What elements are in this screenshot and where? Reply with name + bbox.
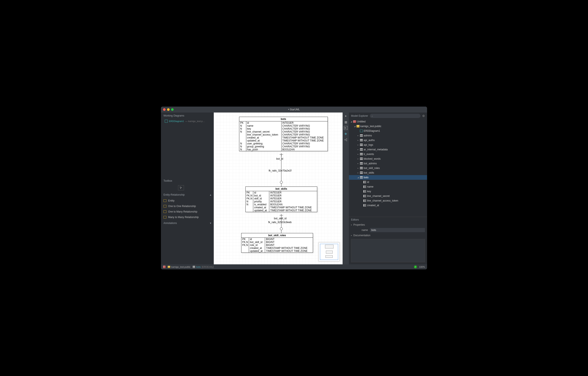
svg-point-9 [346, 140, 347, 141]
share-icon[interactable] [344, 138, 348, 142]
tree-node-key[interactable]: key [349, 189, 427, 194]
working-diagrams-header[interactable]: Working Diagrams [161, 112, 214, 119]
tree-node-erddiagram1[interactable]: ERDDiagram1 [349, 129, 427, 133]
vertical-toolbar: ✦ ▦ M↓ ✥ [343, 112, 349, 264]
svg-point-3 [280, 181, 283, 184]
diagram-name: ERDDiagram1 [169, 120, 184, 122]
svg-point-8 [346, 139, 347, 139]
tree-node-api-logs[interactable]: ▸api_logs [349, 143, 427, 147]
erd-label: fk_rails_62533c9eeb [268, 221, 292, 224]
entity-bot_skill_roles[interactable]: bot_skill_rolesPKidBIGINTFK,Nbot_skill_i… [241, 233, 313, 253]
target-icon[interactable]: ✥ [344, 132, 348, 136]
tree-node-bot-skill-roles[interactable]: ▸bot_skill_roles [349, 166, 427, 170]
diagram-sub: — kamigo_test.p… [185, 120, 205, 122]
tool-group-er[interactable]: Entity-Relationship▴ [161, 192, 214, 198]
tool-group-annotations[interactable]: Annotations▾ [161, 220, 214, 226]
tree-node-line-channel-secret[interactable]: line_channel_secret [349, 194, 427, 198]
left-sidebar: Working Diagrams ERDDiagram1 — kamigo_te… [161, 112, 214, 264]
erd-icon [165, 120, 168, 123]
editors-panel: Editors ▸Properties name ▸Documentation [349, 217, 427, 264]
tree-node-ar-internal-metadata[interactable]: ▸ar_internal_metadata [349, 147, 427, 152]
search-input[interactable]: ⌕ [370, 114, 420, 118]
tree-node-bot-admins[interactable]: ▸bot_admins [349, 161, 427, 166]
tree-node-created-at[interactable]: created_at [349, 203, 427, 208]
erd-label: bot_skill_id [274, 217, 286, 220]
entity-bots[interactable]: botsPKidINTEGERNnameCHARACTER VARYINGNke… [239, 117, 328, 151]
tool-many-to-many-relationship[interactable]: Many to Many Relationship [161, 214, 214, 220]
diagram-canvas[interactable]: botsPKidINTEGERNnameCHARACTER VARYINGNke… [214, 112, 343, 264]
svg-point-7 [345, 139, 345, 140]
tree-node-blocked-words[interactable]: ▸blocked_words [349, 156, 427, 161]
grid-icon[interactable]: ▦ [344, 120, 348, 124]
properties-section[interactable]: ▸Properties [349, 222, 427, 227]
tree-node-b-events[interactable]: ▸b_events [349, 152, 427, 156]
gear-icon[interactable]: ⚙ [422, 114, 425, 118]
documentation-box[interactable] [351, 239, 425, 262]
tree-node-untitled[interactable]: ◢Untitled [349, 119, 427, 124]
tree-node-kamigo-test-public[interactable]: ◢kamigo_test.public [349, 124, 427, 129]
entity-bot_skills[interactable]: bot_skillsPKidINTEGERFK,Nbot_idINTEGERFK… [245, 187, 317, 212]
breadcrumb-entity[interactable]: bots[ERDEntity] [193, 265, 214, 268]
titlebar[interactable]: • StarUML [161, 107, 427, 112]
breadcrumb-package[interactable]: kamigo_test.public [168, 265, 190, 268]
erd-label: bot_id [276, 157, 283, 160]
extension-icon[interactable]: ✦ [344, 114, 348, 118]
tool-one-to-one-relationship[interactable]: One to One Relationship [161, 203, 214, 209]
selection-tool[interactable] [178, 185, 184, 190]
working-diagram-item[interactable]: ERDDiagram1 — kamigo_test.p… [161, 119, 214, 123]
svg-line-11 [345, 140, 346, 140]
tool-entity[interactable]: Entity [161, 198, 214, 203]
svg-point-6 [280, 228, 283, 230]
status-bar: kamigo_test.public bots[ERDEntity] ✓ 100… [161, 264, 427, 269]
tree-node-line-channel-access-token[interactable]: line_channel_access_token [349, 198, 427, 203]
name-label: name [351, 229, 368, 232]
search-icon: ⌕ [371, 115, 373, 117]
tree-node-api-auths[interactable]: ▸api_auths [349, 138, 427, 143]
tree-node-bot-skills[interactable]: ▸bot_skills [349, 170, 427, 175]
status-ok-icon[interactable]: ✓ [414, 265, 417, 268]
zoom-level[interactable]: 100% [419, 265, 425, 268]
breadcrumb-root[interactable] [163, 265, 166, 268]
documentation-section[interactable]: ▸Documentation [349, 233, 427, 238]
model-tree[interactable]: ◢Untitled◢kamigo_test.publicERDDiagram1▸… [349, 119, 427, 217]
toolbox-header[interactable]: Toolbox [161, 178, 214, 184]
canvas-area: botsPKidINTEGERNnameCHARACTER VARYINGNke… [214, 112, 343, 264]
close-icon[interactable] [163, 108, 166, 111]
tool-one-to-many-relationship[interactable]: One to Many Relationship [161, 209, 214, 214]
editors-title: Editors [349, 217, 427, 222]
tree-node-id[interactable]: id [349, 180, 427, 184]
window-title: • StarUML [161, 108, 427, 111]
erd-label: fk_rails_32e70a2e2f [269, 169, 292, 172]
minimize-icon[interactable] [167, 108, 170, 111]
tree-node-admins[interactable]: ▸admins [349, 133, 427, 138]
name-field[interactable] [370, 228, 425, 232]
app-window: • StarUML Working Diagrams ERDDiagram1 —… [161, 107, 427, 269]
minimap[interactable] [318, 242, 340, 261]
window-controls [163, 108, 174, 111]
markdown-icon[interactable]: M↓ [344, 126, 348, 130]
right-sidebar: Model Explorer ⌕ ⚙ ◢Untitled◢kamigo_test… [349, 112, 427, 264]
tree-node-bots[interactable]: ◢bots [349, 175, 427, 180]
model-explorer-title: Model Explorer [351, 114, 368, 117]
tree-node-name[interactable]: name [349, 184, 427, 189]
maximize-icon[interactable] [171, 108, 174, 111]
svg-line-10 [345, 139, 346, 140]
